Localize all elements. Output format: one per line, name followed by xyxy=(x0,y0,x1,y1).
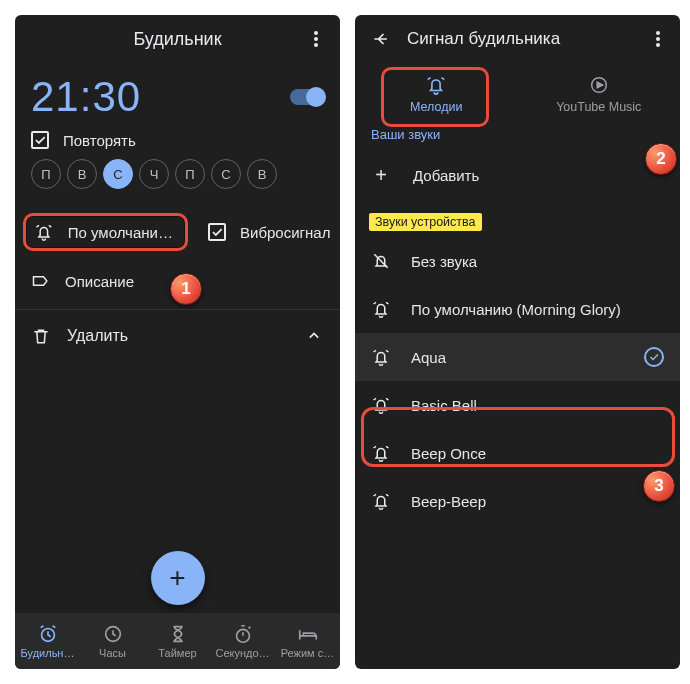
add-label: Добавить xyxy=(413,167,479,184)
alarm-toggle[interactable] xyxy=(290,89,324,105)
hourglass-icon xyxy=(167,623,189,645)
sound-item-default[interactable]: По умолчанию (Morning Glory) xyxy=(355,285,680,333)
day-chip[interactable]: В xyxy=(67,159,97,189)
more-vert-icon xyxy=(656,31,660,47)
svg-point-2 xyxy=(236,629,249,642)
callout-badge-1: 1 xyxy=(170,273,202,305)
bottom-nav: Будильн… Часы Таймер Секундо… xyxy=(15,613,340,669)
bell-ring-icon xyxy=(371,299,391,319)
bell-ring-icon xyxy=(371,491,391,511)
callout-badge-2: 2 xyxy=(645,143,677,175)
repeat-row[interactable]: Повторять xyxy=(31,131,324,149)
bell-ring-icon xyxy=(371,347,391,367)
tab-label: YouTube Music xyxy=(556,100,641,114)
sound-item[interactable]: Beep-Beep xyxy=(355,477,680,525)
day-chip[interactable]: В xyxy=(247,159,277,189)
divider xyxy=(15,309,340,310)
header: Сигнал будильника xyxy=(355,15,680,63)
sound-name: Без звука xyxy=(411,253,664,270)
sound-item-selected[interactable]: Aqua xyxy=(355,333,680,381)
tab-melodies[interactable]: Мелодии xyxy=(355,63,518,125)
arrow-back-icon xyxy=(371,29,391,49)
nav-label: Будильн… xyxy=(21,647,75,659)
bell-off-icon xyxy=(371,251,391,271)
vibrate-label: Вибросигнал xyxy=(240,224,330,241)
alarm-card: 21:30 Повторять П В С Ч П С В xyxy=(15,63,340,350)
day-chip-selected[interactable]: С xyxy=(103,159,133,189)
bell-ring-icon xyxy=(425,74,447,96)
nav-label: Секундо… xyxy=(215,647,269,659)
alarm-icon xyxy=(37,623,59,645)
nav-clock[interactable]: Часы xyxy=(80,613,145,669)
back-button[interactable] xyxy=(363,21,399,57)
source-tabs: Мелодии YouTube Music xyxy=(355,63,680,125)
youtube-music-icon xyxy=(588,74,610,96)
delete-label: Удалить xyxy=(67,327,128,345)
sound-item[interactable]: Basic Bell xyxy=(355,381,680,429)
plus-icon: + xyxy=(169,562,185,594)
description-label: Описание xyxy=(65,273,134,290)
delete-button[interactable]: Удалить xyxy=(31,326,128,346)
add-alarm-fab[interactable]: + xyxy=(151,551,205,605)
day-chip[interactable]: С xyxy=(211,159,241,189)
day-chip[interactable]: П xyxy=(175,159,205,189)
sound-name: Beep Once xyxy=(411,445,664,462)
plus-icon: + xyxy=(371,164,391,187)
sound-item[interactable]: Beep Once xyxy=(355,429,680,477)
clock-icon xyxy=(102,623,124,645)
callout-badge-3: 3 xyxy=(643,470,675,502)
repeat-label: Повторять xyxy=(63,132,136,149)
checkbox-checked-icon xyxy=(208,223,226,241)
overflow-menu-button[interactable] xyxy=(640,21,676,57)
page-title: Будильник xyxy=(133,29,221,50)
day-chip[interactable]: Ч xyxy=(139,159,169,189)
sound-item-silent[interactable]: Без звука xyxy=(355,237,680,285)
checkbox-checked-icon xyxy=(31,131,49,149)
bell-ring-icon xyxy=(371,395,391,415)
vibrate-row[interactable]: Вибросигнал xyxy=(208,223,330,241)
header: Будильник xyxy=(15,15,340,63)
nav-timer[interactable]: Таймер xyxy=(145,613,210,669)
alarm-time[interactable]: 21:30 xyxy=(31,73,141,121)
stopwatch-icon xyxy=(232,623,254,645)
tab-label: Мелодии xyxy=(410,100,462,114)
sound-name: По умолчанию (Morning Glory) xyxy=(411,301,664,318)
trash-icon xyxy=(31,326,51,346)
alarm-panel: Будильник 21:30 Повторять П В С Ч xyxy=(15,15,340,669)
check-circle-icon xyxy=(644,347,664,367)
sound-name: Beep-Beep xyxy=(411,493,664,510)
day-picker: П В С Ч П С В xyxy=(31,159,324,189)
nav-label: Режим с… xyxy=(281,647,334,659)
overflow-menu-button[interactable] xyxy=(298,21,334,57)
alarm-sound-label: По умолчанию ( xyxy=(68,224,177,241)
your-sounds-link[interactable]: Ваши звуки xyxy=(355,125,680,150)
page-title: Сигнал будильника xyxy=(407,29,560,49)
label-icon xyxy=(31,271,51,291)
bell-ring-icon xyxy=(371,443,391,463)
nav-stopwatch[interactable]: Секундо… xyxy=(210,613,275,669)
add-sound-button[interactable]: + Добавить xyxy=(355,150,680,201)
alarm-sound-button[interactable]: По умолчанию ( xyxy=(23,213,188,251)
tab-youtube-music[interactable]: YouTube Music xyxy=(518,63,681,125)
day-chip[interactable]: П xyxy=(31,159,61,189)
options-row: По умолчанию ( Вибросигнал xyxy=(31,203,324,261)
bed-icon xyxy=(297,623,319,645)
nav-bedtime[interactable]: Режим с… xyxy=(275,613,340,669)
sound-list: Без звука По умолчанию (Morning Glory) A… xyxy=(355,237,680,525)
nav-label: Часы xyxy=(99,647,126,659)
more-vert-icon xyxy=(314,31,318,47)
device-sounds-header: Звуки устройства xyxy=(369,213,482,231)
sound-name: Aqua xyxy=(411,349,624,366)
bell-ring-icon xyxy=(34,222,54,242)
sound-picker-panel: Сигнал будильника Мелодии YouTube Music … xyxy=(355,15,680,669)
stage: Будильник 21:30 Повторять П В С Ч xyxy=(0,0,690,684)
nav-alarm[interactable]: Будильн… xyxy=(15,613,80,669)
chevron-up-icon[interactable] xyxy=(304,326,324,346)
sound-name: Basic Bell xyxy=(411,397,664,414)
nav-label: Таймер xyxy=(158,647,196,659)
